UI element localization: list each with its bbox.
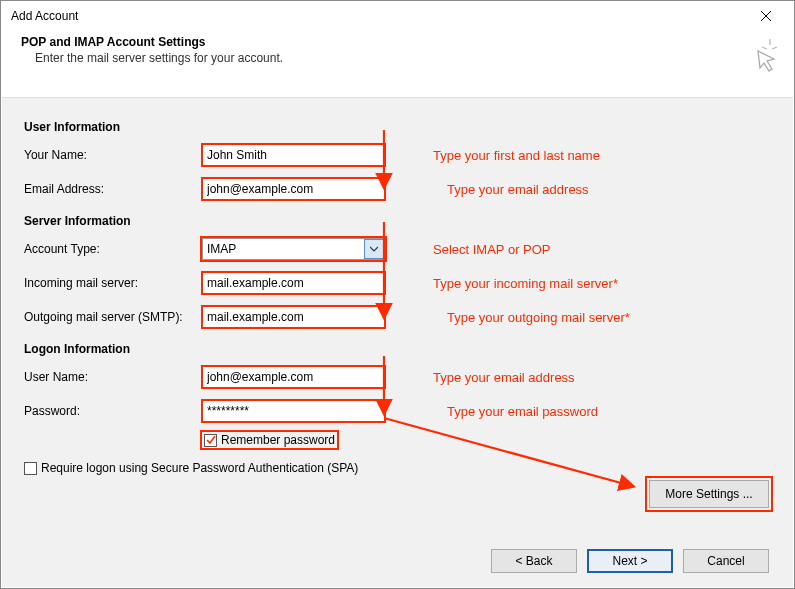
content-panel: User Information Your Name: Type your fi… [2, 97, 793, 587]
chevron-down-icon [370, 245, 378, 253]
annot-your-name: Type your first and last name [433, 148, 600, 163]
row-outgoing: Outgoing mail server (SMTP): Type your o… [24, 302, 771, 332]
close-icon [761, 11, 771, 21]
cancel-button[interactable]: Cancel [683, 549, 769, 573]
annot-incoming: Type your incoming mail server* [433, 276, 618, 291]
svg-line-3 [772, 47, 777, 49]
remember-password-label: Remember password [221, 433, 335, 447]
next-button[interactable]: Next > [587, 549, 673, 573]
close-button[interactable] [746, 2, 786, 30]
label-account-type: Account Type: [24, 242, 202, 256]
annot-email: Type your email address [447, 182, 589, 197]
check-icon [206, 435, 216, 445]
window-title: Add Account [11, 9, 746, 23]
section-user-title: User Information [24, 120, 771, 134]
add-account-window: Add Account POP and IMAP Account Setting… [0, 0, 795, 589]
outgoing-server-input[interactable] [202, 306, 385, 328]
row-account-type: Account Type: IMAP Select IMAP or POP [24, 234, 771, 264]
row-incoming: Incoming mail server: Type your incoming… [24, 268, 771, 298]
titlebar: Add Account [1, 1, 794, 31]
header-subtitle: Enter the mail server settings for your … [21, 51, 774, 65]
label-incoming: Incoming mail server: [24, 276, 202, 290]
section-server-title: Server Information [24, 214, 771, 228]
username-input[interactable] [202, 366, 385, 388]
more-settings-button[interactable]: More Settings ... [649, 480, 769, 508]
account-type-dropdown-button[interactable] [364, 239, 384, 259]
label-your-name: Your Name: [24, 148, 202, 162]
password-input[interactable] [202, 400, 385, 422]
annot-outgoing: Type your outgoing mail server* [447, 310, 630, 325]
row-password: Password: Type your email password [24, 396, 771, 426]
account-type-value: IMAP [207, 242, 236, 256]
label-username: User Name: [24, 370, 202, 384]
annot-account-type: Select IMAP or POP [433, 242, 551, 257]
label-email: Email Address: [24, 182, 202, 196]
label-outgoing: Outgoing mail server (SMTP): [24, 310, 202, 324]
remember-password-checkbox-row[interactable]: Remember password [202, 432, 337, 448]
svg-line-4 [762, 47, 767, 49]
your-name-input[interactable] [202, 144, 385, 166]
email-input[interactable] [202, 178, 385, 200]
account-type-select[interactable]: IMAP [202, 238, 385, 260]
header-title: POP and IMAP Account Settings [21, 35, 774, 49]
spa-checkbox-row[interactable]: Require logon using Secure Password Auth… [24, 460, 358, 476]
annot-username: Type your email address [433, 370, 575, 385]
incoming-server-input[interactable] [202, 272, 385, 294]
row-username: User Name: Type your email address [24, 362, 771, 392]
wizard-cursor-icon [744, 37, 780, 73]
spa-label: Require logon using Secure Password Auth… [41, 461, 358, 475]
back-button[interactable]: < Back [491, 549, 577, 573]
section-logon-title: Logon Information [24, 342, 771, 356]
wizard-header: POP and IMAP Account Settings Enter the … [1, 31, 794, 73]
label-password: Password: [24, 404, 202, 418]
row-email: Email Address: Type your email address [24, 174, 771, 204]
wizard-button-bar: < Back Next > Cancel [491, 549, 769, 573]
spa-checkbox[interactable] [24, 462, 37, 475]
remember-password-checkbox[interactable] [204, 434, 217, 447]
row-your-name: Your Name: Type your first and last name [24, 140, 771, 170]
svg-line-8 [384, 418, 632, 486]
annot-password: Type your email password [447, 404, 598, 419]
